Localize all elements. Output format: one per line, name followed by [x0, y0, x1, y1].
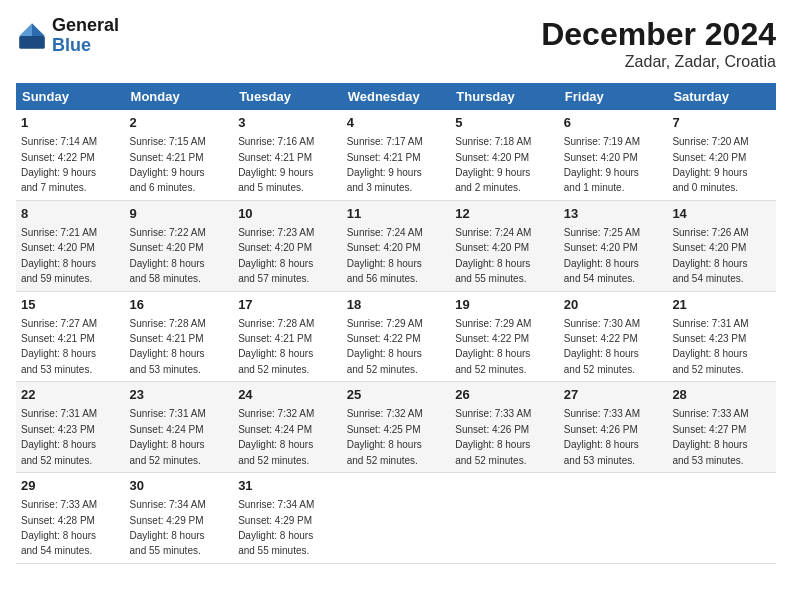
logo-line2: Blue [52, 36, 119, 56]
column-header-friday: Friday [559, 83, 668, 110]
calendar-cell: 13Sunrise: 7:25 AM Sunset: 4:20 PM Dayli… [559, 200, 668, 291]
day-number: 10 [238, 205, 337, 223]
day-info: Sunrise: 7:28 AM Sunset: 4:21 PM Dayligh… [238, 318, 314, 375]
day-number: 27 [564, 386, 663, 404]
calendar-cell: 4Sunrise: 7:17 AM Sunset: 4:21 PM Daylig… [342, 110, 451, 200]
day-number: 28 [672, 386, 771, 404]
calendar-cell: 9Sunrise: 7:22 AM Sunset: 4:20 PM Daylig… [125, 200, 234, 291]
calendar-cell: 15Sunrise: 7:27 AM Sunset: 4:21 PM Dayli… [16, 291, 125, 382]
day-number: 24 [238, 386, 337, 404]
day-info: Sunrise: 7:26 AM Sunset: 4:20 PM Dayligh… [672, 227, 748, 284]
calendar-cell: 5Sunrise: 7:18 AM Sunset: 4:20 PM Daylig… [450, 110, 559, 200]
day-info: Sunrise: 7:18 AM Sunset: 4:20 PM Dayligh… [455, 136, 531, 193]
calendar-cell: 26Sunrise: 7:33 AM Sunset: 4:26 PM Dayli… [450, 382, 559, 473]
day-info: Sunrise: 7:24 AM Sunset: 4:20 PM Dayligh… [347, 227, 423, 284]
day-number: 12 [455, 205, 554, 223]
day-info: Sunrise: 7:32 AM Sunset: 4:25 PM Dayligh… [347, 408, 423, 465]
day-info: Sunrise: 7:28 AM Sunset: 4:21 PM Dayligh… [130, 318, 206, 375]
day-info: Sunrise: 7:33 AM Sunset: 4:27 PM Dayligh… [672, 408, 748, 465]
day-info: Sunrise: 7:32 AM Sunset: 4:24 PM Dayligh… [238, 408, 314, 465]
page-subtitle: Zadar, Zadar, Croatia [541, 53, 776, 71]
calendar-table: SundayMondayTuesdayWednesdayThursdayFrid… [16, 83, 776, 564]
day-info: Sunrise: 7:16 AM Sunset: 4:21 PM Dayligh… [238, 136, 314, 193]
day-info: Sunrise: 7:34 AM Sunset: 4:29 PM Dayligh… [238, 499, 314, 556]
day-info: Sunrise: 7:33 AM Sunset: 4:28 PM Dayligh… [21, 499, 97, 556]
day-info: Sunrise: 7:34 AM Sunset: 4:29 PM Dayligh… [130, 499, 206, 556]
day-number: 20 [564, 296, 663, 314]
day-info: Sunrise: 7:31 AM Sunset: 4:23 PM Dayligh… [672, 318, 748, 375]
day-info: Sunrise: 7:21 AM Sunset: 4:20 PM Dayligh… [21, 227, 97, 284]
column-header-tuesday: Tuesday [233, 83, 342, 110]
day-number: 3 [238, 114, 337, 132]
calendar-cell: 25Sunrise: 7:32 AM Sunset: 4:25 PM Dayli… [342, 382, 451, 473]
day-info: Sunrise: 7:20 AM Sunset: 4:20 PM Dayligh… [672, 136, 748, 193]
calendar-cell [559, 473, 668, 564]
page-title: December 2024 [541, 16, 776, 53]
calendar-cell: 16Sunrise: 7:28 AM Sunset: 4:21 PM Dayli… [125, 291, 234, 382]
calendar-cell: 1Sunrise: 7:14 AM Sunset: 4:22 PM Daylig… [16, 110, 125, 200]
calendar-cell: 28Sunrise: 7:33 AM Sunset: 4:27 PM Dayli… [667, 382, 776, 473]
day-info: Sunrise: 7:30 AM Sunset: 4:22 PM Dayligh… [564, 318, 640, 375]
day-info: Sunrise: 7:22 AM Sunset: 4:20 PM Dayligh… [130, 227, 206, 284]
day-number: 29 [21, 477, 120, 495]
day-info: Sunrise: 7:14 AM Sunset: 4:22 PM Dayligh… [21, 136, 97, 193]
day-number: 21 [672, 296, 771, 314]
calendar-cell [342, 473, 451, 564]
title-block: December 2024 Zadar, Zadar, Croatia [541, 16, 776, 71]
calendar-cell: 17Sunrise: 7:28 AM Sunset: 4:21 PM Dayli… [233, 291, 342, 382]
calendar-cell: 12Sunrise: 7:24 AM Sunset: 4:20 PM Dayli… [450, 200, 559, 291]
calendar-week-row: 29Sunrise: 7:33 AM Sunset: 4:28 PM Dayli… [16, 473, 776, 564]
day-info: Sunrise: 7:31 AM Sunset: 4:24 PM Dayligh… [130, 408, 206, 465]
day-number: 6 [564, 114, 663, 132]
day-number: 4 [347, 114, 446, 132]
calendar-cell: 21Sunrise: 7:31 AM Sunset: 4:23 PM Dayli… [667, 291, 776, 382]
day-number: 17 [238, 296, 337, 314]
logo-icon [16, 20, 48, 52]
day-number: 2 [130, 114, 229, 132]
day-number: 31 [238, 477, 337, 495]
calendar-cell: 8Sunrise: 7:21 AM Sunset: 4:20 PM Daylig… [16, 200, 125, 291]
column-header-sunday: Sunday [16, 83, 125, 110]
svg-marker-0 [32, 23, 45, 36]
day-number: 8 [21, 205, 120, 223]
calendar-cell: 27Sunrise: 7:33 AM Sunset: 4:26 PM Dayli… [559, 382, 668, 473]
day-number: 14 [672, 205, 771, 223]
svg-marker-1 [19, 23, 32, 36]
svg-rect-2 [19, 36, 45, 49]
column-header-saturday: Saturday [667, 83, 776, 110]
day-info: Sunrise: 7:33 AM Sunset: 4:26 PM Dayligh… [455, 408, 531, 465]
calendar-cell: 7Sunrise: 7:20 AM Sunset: 4:20 PM Daylig… [667, 110, 776, 200]
day-info: Sunrise: 7:17 AM Sunset: 4:21 PM Dayligh… [347, 136, 423, 193]
page-header: General Blue December 2024 Zadar, Zadar,… [16, 16, 776, 71]
calendar-cell: 14Sunrise: 7:26 AM Sunset: 4:20 PM Dayli… [667, 200, 776, 291]
day-number: 15 [21, 296, 120, 314]
calendar-cell [667, 473, 776, 564]
calendar-week-row: 1Sunrise: 7:14 AM Sunset: 4:22 PM Daylig… [16, 110, 776, 200]
day-number: 11 [347, 205, 446, 223]
calendar-cell: 19Sunrise: 7:29 AM Sunset: 4:22 PM Dayli… [450, 291, 559, 382]
logo: General Blue [16, 16, 119, 56]
day-number: 1 [21, 114, 120, 132]
calendar-cell: 23Sunrise: 7:31 AM Sunset: 4:24 PM Dayli… [125, 382, 234, 473]
day-info: Sunrise: 7:33 AM Sunset: 4:26 PM Dayligh… [564, 408, 640, 465]
day-info: Sunrise: 7:31 AM Sunset: 4:23 PM Dayligh… [21, 408, 97, 465]
day-info: Sunrise: 7:15 AM Sunset: 4:21 PM Dayligh… [130, 136, 206, 193]
day-number: 30 [130, 477, 229, 495]
calendar-cell: 18Sunrise: 7:29 AM Sunset: 4:22 PM Dayli… [342, 291, 451, 382]
day-number: 22 [21, 386, 120, 404]
day-number: 19 [455, 296, 554, 314]
calendar-cell: 10Sunrise: 7:23 AM Sunset: 4:20 PM Dayli… [233, 200, 342, 291]
day-info: Sunrise: 7:29 AM Sunset: 4:22 PM Dayligh… [455, 318, 531, 375]
day-info: Sunrise: 7:19 AM Sunset: 4:20 PM Dayligh… [564, 136, 640, 193]
calendar-header-row: SundayMondayTuesdayWednesdayThursdayFrid… [16, 83, 776, 110]
calendar-cell: 29Sunrise: 7:33 AM Sunset: 4:28 PM Dayli… [16, 473, 125, 564]
calendar-cell: 30Sunrise: 7:34 AM Sunset: 4:29 PM Dayli… [125, 473, 234, 564]
calendar-week-row: 15Sunrise: 7:27 AM Sunset: 4:21 PM Dayli… [16, 291, 776, 382]
column-header-monday: Monday [125, 83, 234, 110]
calendar-cell: 20Sunrise: 7:30 AM Sunset: 4:22 PM Dayli… [559, 291, 668, 382]
calendar-week-row: 8Sunrise: 7:21 AM Sunset: 4:20 PM Daylig… [16, 200, 776, 291]
day-info: Sunrise: 7:27 AM Sunset: 4:21 PM Dayligh… [21, 318, 97, 375]
day-info: Sunrise: 7:23 AM Sunset: 4:20 PM Dayligh… [238, 227, 314, 284]
day-number: 7 [672, 114, 771, 132]
day-number: 18 [347, 296, 446, 314]
